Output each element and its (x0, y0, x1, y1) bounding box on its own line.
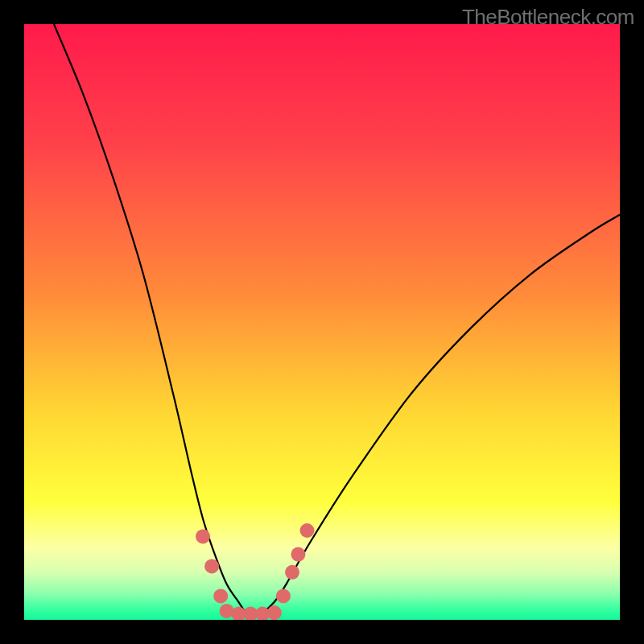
data-marker (276, 588, 291, 603)
data-marker (267, 605, 282, 620)
bottleneck-curve (54, 24, 620, 614)
data-marker (196, 529, 210, 543)
chart-frame: TheBottleneck.com (0, 0, 644, 644)
data-marker (204, 559, 219, 573)
data-marker (213, 588, 228, 603)
data-marker (300, 523, 315, 538)
chart-svg (24, 24, 620, 620)
marker-group (196, 523, 315, 620)
data-marker (285, 565, 299, 580)
watermark-text: TheBottleneck.com (462, 5, 634, 30)
data-marker (291, 547, 305, 562)
plot-area (24, 24, 620, 620)
